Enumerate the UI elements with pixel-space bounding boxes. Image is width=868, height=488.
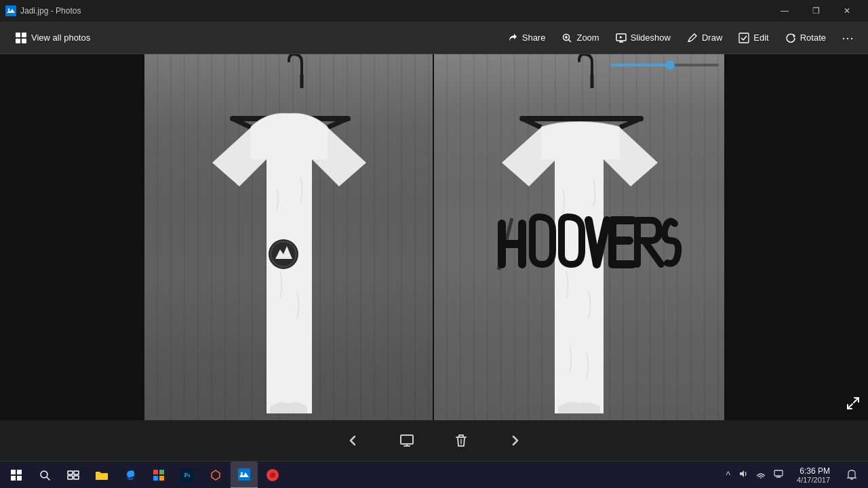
share-button[interactable]: Share bbox=[500, 28, 553, 47]
more-options-button[interactable]: ⋯ bbox=[835, 26, 860, 50]
svg-marker-13 bbox=[620, 36, 623, 39]
zoom-icon bbox=[561, 33, 572, 43]
grid-icon bbox=[15, 32, 27, 44]
ps-icon: Ps bbox=[180, 468, 194, 482]
zoom-button[interactable]: Zoom bbox=[555, 28, 606, 47]
network-icon[interactable] bbox=[753, 466, 768, 483]
edit-button[interactable]: Edit bbox=[732, 28, 775, 47]
svg-marker-16 bbox=[793, 34, 795, 38]
svg-rect-43 bbox=[68, 476, 73, 479]
edge-button[interactable] bbox=[117, 462, 144, 489]
file-explorer-button[interactable] bbox=[88, 462, 115, 489]
store-icon bbox=[153, 469, 165, 481]
clock-date: 4/17/2017 bbox=[797, 476, 830, 484]
tray-chevron[interactable]: ^ bbox=[723, 467, 733, 483]
start-button[interactable] bbox=[3, 462, 30, 489]
zoom-label: Zoom bbox=[576, 33, 599, 43]
back-button[interactable] bbox=[339, 427, 366, 454]
svg-rect-36 bbox=[17, 470, 22, 474]
recording-button[interactable] bbox=[259, 462, 286, 489]
display-icon[interactable] bbox=[771, 466, 786, 483]
zoom-slider-track[interactable] bbox=[610, 64, 719, 66]
slideshow-label: Slideshow bbox=[631, 33, 671, 43]
rotate-label: Rotate bbox=[800, 33, 826, 43]
forward-arrow-icon bbox=[508, 433, 523, 448]
minimize-button[interactable]: — bbox=[769, 0, 800, 22]
slideshow-button[interactable]: Slideshow bbox=[609, 28, 677, 47]
search-button[interactable] bbox=[31, 462, 58, 489]
tshirt-back-svg bbox=[434, 54, 724, 420]
nav-bar bbox=[0, 420, 868, 461]
maximize-button[interactable]: ❐ bbox=[800, 0, 831, 22]
delete-button[interactable] bbox=[448, 427, 475, 454]
folder-icon bbox=[95, 469, 108, 481]
taskbar-left: Ps bbox=[3, 462, 286, 489]
svg-rect-4 bbox=[16, 39, 20, 43]
share-label: Share bbox=[522, 33, 546, 43]
taskbar: Ps ^ bbox=[0, 461, 868, 488]
tshirt-back-panel bbox=[434, 54, 724, 420]
clock-time: 6:36 PM bbox=[797, 466, 830, 476]
title-bar-left: Jadi.jpg - Photos bbox=[5, 5, 81, 16]
svg-rect-35 bbox=[11, 470, 16, 474]
forward-button[interactable] bbox=[502, 427, 529, 454]
expand-icon bbox=[846, 396, 860, 410]
toolbar: View all photos Share Zoom bbox=[0, 22, 868, 54]
tshirt-front-panel bbox=[144, 54, 434, 420]
svg-rect-45 bbox=[153, 470, 158, 474]
draw-button[interactable]: Draw bbox=[680, 28, 729, 47]
title-bar-controls: — ❐ ✕ bbox=[769, 0, 863, 22]
expand-button[interactable] bbox=[844, 394, 863, 415]
task-view-button[interactable] bbox=[60, 462, 87, 489]
notification-icon bbox=[846, 470, 857, 481]
svg-rect-47 bbox=[153, 476, 158, 481]
main-content bbox=[0, 54, 868, 420]
photos-icon bbox=[5, 5, 16, 16]
store-button[interactable] bbox=[145, 462, 172, 489]
app-button[interactable] bbox=[202, 462, 229, 489]
rotate-button[interactable]: Rotate bbox=[778, 28, 833, 47]
edit-label: Edit bbox=[753, 33, 768, 43]
photos-taskbar-button[interactable] bbox=[231, 462, 258, 489]
close-button[interactable]: ✕ bbox=[831, 0, 863, 22]
view-all-label: View all photos bbox=[31, 33, 90, 43]
photo-container bbox=[144, 54, 724, 420]
record-icon bbox=[267, 469, 279, 481]
zoom-slider-thumb[interactable] bbox=[665, 60, 675, 70]
zoom-overlay[interactable] bbox=[610, 64, 719, 66]
svg-rect-5 bbox=[22, 39, 26, 43]
svg-rect-42 bbox=[74, 471, 79, 474]
toolbar-left: View all photos bbox=[8, 28, 97, 48]
delete-icon bbox=[454, 433, 469, 448]
svg-rect-3 bbox=[22, 33, 26, 37]
notification-button[interactable] bbox=[838, 462, 865, 489]
draw-label: Draw bbox=[702, 33, 722, 43]
svg-rect-15 bbox=[739, 33, 749, 43]
rotate-icon bbox=[785, 33, 796, 43]
photos-taskbar-icon bbox=[238, 468, 250, 481]
edit-icon bbox=[738, 33, 749, 43]
search-icon bbox=[39, 469, 51, 481]
clock[interactable]: 6:36 PM 4/17/2017 bbox=[791, 466, 835, 484]
svg-line-30 bbox=[848, 404, 852, 409]
sound-icon[interactable] bbox=[736, 466, 751, 483]
system-tray: ^ bbox=[720, 466, 789, 483]
windows-icon bbox=[10, 469, 22, 481]
monitor-button[interactable] bbox=[393, 427, 420, 454]
view-all-photos-button[interactable]: View all photos bbox=[8, 28, 97, 48]
svg-rect-41 bbox=[68, 471, 73, 474]
photoshop-button[interactable]: Ps bbox=[174, 462, 201, 489]
svg-point-1 bbox=[8, 9, 10, 11]
app-icon bbox=[210, 469, 222, 481]
svg-rect-2 bbox=[16, 33, 20, 37]
svg-rect-48 bbox=[159, 476, 164, 481]
monitor-icon bbox=[399, 433, 414, 448]
slideshow-icon bbox=[616, 33, 627, 43]
svg-rect-49 bbox=[238, 468, 250, 481]
zoom-slider-fill bbox=[610, 64, 670, 66]
toolbar-right: Share Zoom Slideshow bbox=[500, 26, 860, 50]
svg-rect-37 bbox=[11, 476, 16, 481]
share-icon bbox=[507, 33, 518, 43]
tshirt-front-svg bbox=[144, 54, 434, 420]
svg-line-29 bbox=[854, 398, 859, 403]
